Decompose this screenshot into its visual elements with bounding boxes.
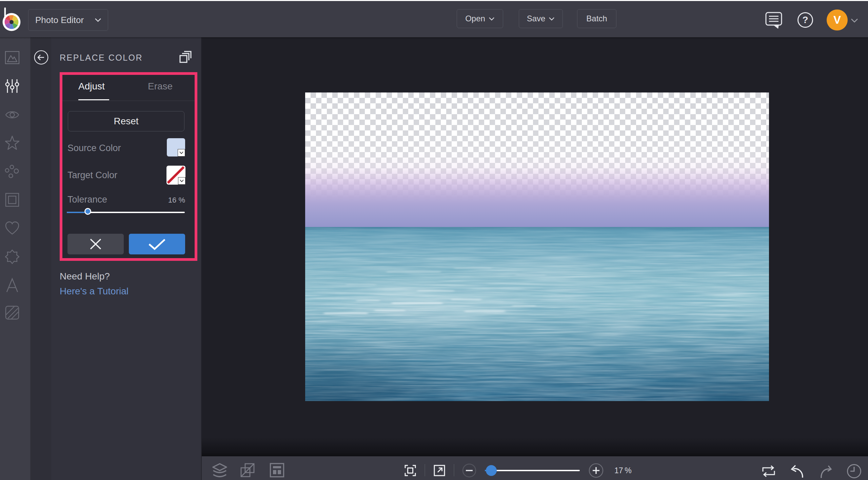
svg-text:?: ?: [802, 15, 808, 25]
